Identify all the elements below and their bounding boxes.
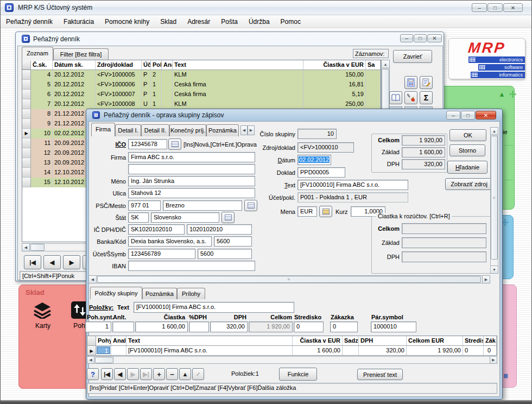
menu-pomoc[interactable]: Pomoc [275,15,306,28]
table-row[interactable]: 720.12.2012<FV>1000008U1KLM250,00 [22,99,381,109]
roz-dph-field[interactable] [402,251,486,262]
mena-lookup-button[interactable] [319,206,332,217]
ico-lookup-button[interactable] [168,138,181,150]
text-field[interactable]: [FV1000010] Firma ABC s.r.o. [297,180,408,190]
nav-prior-button[interactable]: ◀ [114,368,126,380]
poh-synt-field[interactable]: 1 [85,321,111,332]
stat-lookup-button[interactable] [221,212,235,223]
selected-cell[interactable]: 1 [97,346,110,354]
ssymb-field[interactable]: 5600 [198,249,252,259]
row-selector[interactable] [22,109,31,119]
row-selector[interactable] [22,90,31,99]
menu-posta[interactable]: Pošta [216,15,243,28]
tab-konecny-prij[interactable]: Konečný príj. [169,124,206,136]
scroll-left-icon[interactable]: ◀ [22,243,30,251]
scrollbar-thumb[interactable]: ≡ [97,276,481,283]
anlt-field[interactable] [112,321,134,332]
calculator-icon[interactable] [404,76,417,89]
icdph-field[interactable]: SK1020102010 [128,224,185,235]
par-symbol-field[interactable]: 1000010 [371,321,416,332]
zobrazit-zdroj-button[interactable]: Zobraziť zdroj [445,178,493,190]
tab-detail-2[interactable]: Detail II. [141,124,169,136]
help-button[interactable]: ? [87,368,99,380]
scroll-right-icon[interactable]: ▶ [482,275,490,283]
tab-scroll-right-icon[interactable]: ▶ [248,125,255,135]
menu-adresar[interactable]: Adresár [182,15,216,28]
tab-scroll-left-icon[interactable]: ◀ [240,125,248,135]
edit-button[interactable]: ▲ [179,368,191,380]
storno-button[interactable]: Storno [449,144,485,156]
scroll-left-icon[interactable]: ◀ [87,356,94,364]
menu-pomocne-knihy[interactable]: Pomocné knihy [99,15,155,28]
dph-field[interactable]: 320,00 [210,321,248,332]
tab-poznamka[interactable]: Poznámka [206,124,239,136]
ucet-field[interactable]: 123456789 [128,249,195,259]
tab-firma[interactable]: Firma [91,123,115,136]
ico-field[interactable]: 12345678 [128,139,167,149]
karty-icon[interactable] [33,302,52,319]
dic-field[interactable]: 1020102010 [187,224,252,235]
tab-polozky-skupiny[interactable]: Položky skupiny [90,287,142,299]
tab-zoznam[interactable]: Zoznam [22,47,53,61]
move-icon[interactable] [509,91,516,98]
minimize-button[interactable]: – [400,34,413,42]
psc-field[interactable]: 977 01 [128,200,161,211]
sum-icon[interactable]: Σ [420,91,433,104]
stredisko-field[interactable]: 0 [294,321,324,332]
table-row[interactable]: 420.12.2012<FV>1000005P2KLM150,00 [22,70,381,80]
delete-button[interactable]: − [166,368,178,380]
stat-kod-field[interactable]: SK [128,212,149,223]
roz-zaklad-field[interactable] [402,237,486,248]
menu-sklad[interactable]: Sklad [155,15,182,28]
roz-celkom-field[interactable] [402,223,486,234]
tab-prilohy[interactable]: Prílohy [177,288,205,299]
karty-label[interactable]: Karty [31,322,55,330]
scrollbar-thumb[interactable] [95,357,113,363]
row-selector[interactable] [22,119,31,129]
ulica-field[interactable]: Stahová 12 [128,188,255,198]
close-button[interactable]: ✕ [427,34,442,42]
hladanie-button[interactable]: Hľadanie [447,161,487,174]
insert-button[interactable]: + [153,368,165,380]
horizontal-scrollbar[interactable] [87,356,497,364]
table-row[interactable]: 620.12.2012<FV>1000007P1Ceská firma5,19 [22,90,381,99]
iban-field[interactable] [128,261,255,271]
row-selector[interactable] [22,70,31,80]
scroll-up-icon[interactable]: ▲ [490,127,498,135]
banka-field[interactable]: Dexia banka Slovensko, a.s. [128,236,212,247]
firma-field[interactable]: Firma ABC s.r.o. [128,152,255,162]
tab-detail-1[interactable]: Detail I. [115,124,141,136]
scrollbar-thumb[interactable]: ≡ [491,136,498,260]
nav-first-button[interactable]: |◀ [101,368,113,380]
close-button[interactable]: ✕ [476,111,496,119]
menu-penazny-dennik[interactable]: Peňažný denník [1,15,58,28]
maximize-button[interactable]: □ [487,3,503,12]
book-icon[interactable] [389,91,402,104]
row-selector[interactable] [22,148,31,158]
row-selector[interactable] [22,178,31,187]
meno-field[interactable]: Ing. Ján Strunka [128,176,255,186]
row-selector[interactable] [22,138,31,148]
maximize-button[interactable]: □ [414,34,427,42]
items-table-row-selected[interactable]: ▶ 1 [FV1000010] Firma ABC s.r.o. 1 600,0… [87,346,497,356]
datum-field[interactable]: 02.02.2012 [297,155,331,165]
edit-document-icon[interactable] [420,76,433,89]
funkcie-button[interactable]: Funkcie [279,368,317,381]
table-row[interactable]: 520.12.2012<FV>1000006P1Ceská firma16,81 [22,80,381,90]
bankovy-kod-field[interactable]: 5600 [214,236,252,247]
row-selector[interactable] [22,80,31,90]
row-selector[interactable] [22,168,31,178]
menu-fakturacia[interactable]: Fakturácia [58,15,99,28]
zavriet-button[interactable]: Zavrieť [393,50,432,63]
mena-field[interactable]: EUR [297,206,317,217]
scroll-down-icon[interactable]: ▼ [490,266,498,274]
psc-lookup-button[interactable] [244,200,257,211]
preniest-text-button[interactable]: Preniesť text [357,369,403,380]
items-table[interactable]: PohyAnal TextČiastka v EUR SadztDPH Celk… [87,336,497,356]
collapse-arrow-icon[interactable]: ▲ [498,90,505,98]
minimize-button[interactable]: – [472,3,487,12]
row-selector[interactable] [22,158,31,168]
maximize-button[interactable]: □ [461,111,475,119]
minimize-button[interactable]: – [446,111,460,119]
firma2-field[interactable] [128,164,255,174]
